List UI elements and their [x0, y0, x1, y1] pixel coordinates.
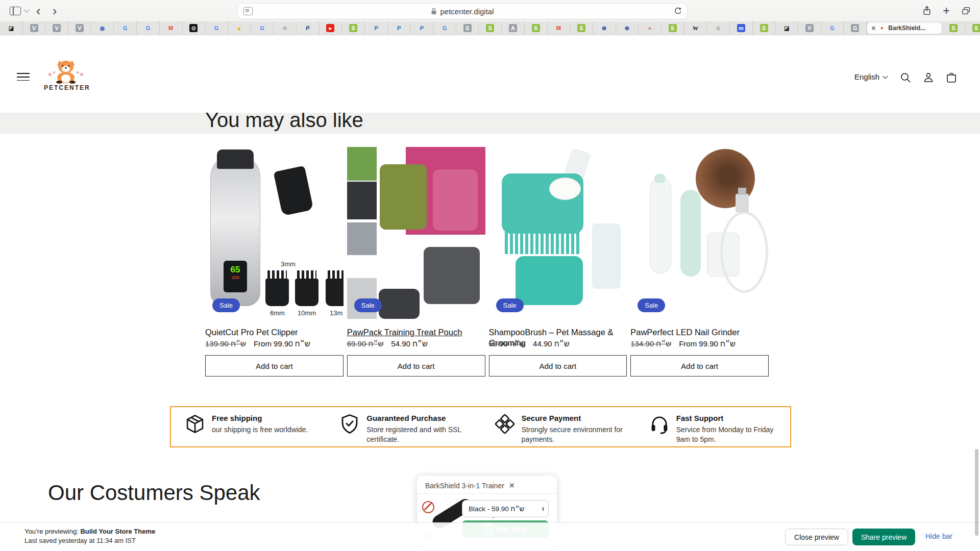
add-to-cart-button[interactable]: Add to cart	[205, 355, 344, 377]
browser-tab[interactable]: ⊕	[616, 21, 639, 35]
browser-tab[interactable]: V	[45, 21, 68, 35]
browser-tab[interactable]: S	[942, 21, 965, 35]
reload-icon[interactable]	[674, 7, 682, 15]
gallery-thumb[interactable]	[347, 182, 377, 219]
browser-tab[interactable]: P	[297, 21, 320, 35]
browser-tab[interactable]: ◪	[775, 21, 798, 35]
theme-preview-bar: You’re previewing: Build Your Store Them…	[0, 522, 980, 551]
hide-bar-link[interactable]: Hide bar	[925, 532, 952, 540]
browser-tab[interactable]: P	[388, 21, 411, 35]
grinder-device	[650, 178, 671, 273]
close-icon[interactable]: ×	[509, 481, 514, 490]
recommendations-heading-wrap: You may also like	[205, 113, 614, 134]
browser-tab[interactable]: S	[965, 21, 980, 35]
tab-favicon: G	[851, 24, 859, 32]
browser-tab[interactable]: ◉	[91, 21, 114, 35]
browser-tab[interactable]: S	[662, 21, 684, 35]
browser-tab[interactable]: W	[684, 21, 707, 35]
browser-tab[interactable]: ●	[639, 21, 662, 35]
tab-overview-icon[interactable]	[959, 0, 974, 21]
back-icon[interactable]: ‹	[32, 0, 45, 21]
trust-desc: Strongly secure environment for payments…	[522, 425, 626, 444]
browser-tab[interactable]: A	[502, 21, 525, 35]
logo-text: PETCENTER	[44, 84, 90, 91]
add-to-cart-button[interactable]: Add to cart	[347, 355, 485, 377]
menu-icon[interactable]	[17, 73, 30, 81]
browser-tab[interactable]: S	[753, 21, 776, 35]
browser-tab[interactable]: G	[205, 21, 228, 35]
product-title[interactable]: ShampooBrush – Pet Massage & Grooming	[489, 327, 627, 338]
tab-favicon: M	[167, 24, 175, 32]
search-icon[interactable]	[899, 71, 912, 84]
product-title[interactable]: QuietCut Pro Pet Clipper	[205, 327, 344, 338]
browser-tab[interactable]: G	[137, 21, 160, 35]
scrollbar-thumb[interactable]	[975, 449, 978, 536]
browser-tab[interactable]: S	[342, 21, 365, 35]
tab-favicon: ⊙	[189, 24, 198, 32]
share-icon[interactable]	[920, 0, 934, 21]
browser-tab[interactable]: ⊙	[183, 21, 206, 35]
browser-tab[interactable]: G	[433, 21, 456, 35]
product-image[interactable]: 65 100 3mm 6mm 10mm 13m Sale	[205, 147, 344, 319]
lcd-value: 65	[224, 265, 247, 275]
new-tab-icon[interactable]: +	[939, 0, 953, 21]
browser-tab[interactable]: V	[23, 21, 46, 35]
store-logo[interactable]: PETCENTER	[44, 59, 90, 91]
product-image[interactable]: Sale	[489, 147, 627, 319]
tab-favicon: P	[395, 24, 403, 32]
browser-tab[interactable]: ⊕	[593, 21, 616, 35]
product-title[interactable]: PawPerfect LED Nail Grinder	[630, 327, 769, 338]
green-pouch	[380, 164, 427, 230]
gallery-thumb[interactable]	[347, 222, 377, 255]
variant-select[interactable]: Black - 59.90 ש״ח ▴▾	[462, 500, 549, 517]
sidebar-chevron-icon[interactable]	[22, 0, 31, 21]
pink-pouch	[433, 169, 478, 231]
current-price: 54.90 ש״ח	[391, 339, 428, 348]
share-preview-button[interactable]: Share preview	[852, 529, 915, 545]
close-preview-button[interactable]: Close preview	[785, 529, 848, 545]
browser-tab[interactable]: ▸	[320, 21, 342, 35]
language-selector[interactable]: English	[854, 72, 887, 81]
tab-favicon: G	[828, 24, 837, 32]
tab-close-icon[interactable]: ×	[871, 24, 875, 32]
browser-tab[interactable]: G	[251, 21, 274, 35]
tab-favicon: S	[486, 24, 494, 32]
browser-tab[interactable]: S	[456, 21, 479, 35]
product-image[interactable]: Sale	[630, 147, 769, 319]
browser-tab[interactable]: S	[479, 21, 502, 35]
browser-tab[interactable]: ◪	[0, 21, 23, 35]
trust-badges-bar: Free shipping our shipping is free world…	[170, 406, 791, 447]
browser-tab[interactable]: V	[68, 21, 91, 35]
tab-favicon: ◪	[782, 24, 791, 32]
clipper-art: 65 100 3mm 6mm 10mm 13m	[205, 147, 344, 319]
browser-tab[interactable]: ☆	[274, 21, 297, 35]
product-title[interactable]: PawPack Training Treat Pouch	[347, 327, 485, 338]
tab-favicon: V	[53, 24, 61, 32]
browser-tab[interactable]: M	[160, 21, 183, 35]
sidebar-toggle-icon[interactable]	[8, 0, 22, 21]
browser-tab[interactable]: P	[410, 21, 433, 35]
add-to-cart-button[interactable]: Add to cart	[489, 355, 627, 377]
trust-title: Fast Support	[676, 413, 781, 423]
browser-tab[interactable]: m	[730, 21, 753, 35]
product-image[interactable]: Sale	[347, 147, 485, 319]
browser-tab[interactable]: G	[821, 21, 844, 35]
browser-tab[interactable]: S	[525, 21, 548, 35]
browser-tab[interactable]: V	[798, 21, 821, 35]
browser-tab[interactable]: ▲	[228, 21, 251, 35]
account-icon[interactable]	[922, 71, 935, 84]
page-format-icon[interactable]	[243, 7, 253, 15]
browser-tab[interactable]: M	[548, 21, 571, 35]
cart-icon[interactable]	[945, 71, 958, 84]
add-to-cart-button[interactable]: Add to cart	[630, 355, 769, 377]
gallery-thumb[interactable]	[347, 147, 377, 181]
browser-tab[interactable]: P	[365, 21, 388, 35]
address-bar[interactable]: petcenter.digital	[237, 3, 688, 19]
browser-tab-active[interactable]: × ● BarkShield...	[867, 22, 942, 34]
browser-tab[interactable]: S	[570, 21, 593, 35]
browser-tab[interactable]: G	[844, 21, 867, 35]
browser-tab[interactable]: ☆	[707, 21, 730, 35]
forward-icon[interactable]: ›	[48, 0, 61, 21]
browser-tab[interactable]: G	[114, 21, 137, 35]
trust-title: Free shipping	[212, 413, 308, 423]
